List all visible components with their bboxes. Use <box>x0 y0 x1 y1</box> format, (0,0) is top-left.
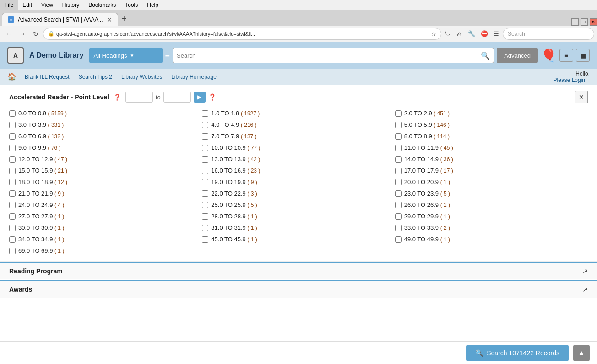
checkbox-label-1: 1.0 TO 1.9 ( 1927 ) <box>211 110 260 117</box>
nav-library-homepage[interactable]: Library Homepage <box>167 74 221 80</box>
awards-section[interactable]: Awards ↗ <box>0 280 597 298</box>
browser-search-bar: Search <box>503 28 594 40</box>
menu-file[interactable]: File <box>0 0 18 10</box>
checkbox-label-29: 29.0 TO 29.9 ( 1 ) <box>404 213 450 220</box>
grid-view-icon[interactable]: ▦ <box>576 49 590 62</box>
checkbox-32[interactable] <box>395 225 402 231</box>
menu-help[interactable]: Help <box>142 0 163 10</box>
nav-blank-ill[interactable]: Blank ILL Request <box>20 74 74 80</box>
checkbox-11[interactable] <box>395 145 402 151</box>
search-records-button[interactable]: 🔍 Search 1071422 Records <box>466 345 569 361</box>
checkbox-19[interactable] <box>202 179 208 185</box>
scroll-top-button[interactable]: ▲ <box>573 345 590 361</box>
login-link[interactable]: Please Login <box>549 77 590 83</box>
minimize-button[interactable]: _ <box>571 18 579 26</box>
checkbox-1[interactable] <box>202 110 208 117</box>
heading-select-dropdown[interactable]: All Headings ▼ <box>89 48 163 63</box>
list-numbered-icon[interactable]: ≡ <box>559 49 573 62</box>
tab-favicon: A <box>8 16 14 23</box>
checkbox-25[interactable] <box>202 202 208 208</box>
checkbox-15[interactable] <box>9 168 16 174</box>
checkbox-21[interactable] <box>9 190 16 197</box>
advanced-button[interactable]: Advanced <box>497 48 538 63</box>
checkbox-13[interactable] <box>202 156 208 163</box>
shield-icon[interactable]: 🛡 <box>443 29 453 38</box>
checkbox-0[interactable] <box>9 110 16 117</box>
filter-close-button[interactable]: ✕ <box>575 91 588 103</box>
checkbox-label-14: 14.0 TO 14.9 ( 36 ) <box>404 156 453 163</box>
list-item: 13.0 TO 13.9 ( 42 ) <box>202 154 395 164</box>
back-button[interactable]: ← <box>3 28 15 39</box>
filter-help-icon[interactable]: ❓ <box>114 94 121 101</box>
menu-edit[interactable]: Edit <box>18 0 37 10</box>
checkbox-7[interactable] <box>202 133 208 140</box>
list-item: 28.0 TO 28.9 ( 1 ) <box>202 211 395 222</box>
nav-library-websites[interactable]: Library Websites <box>117 74 167 80</box>
checkbox-10[interactable] <box>202 145 208 151</box>
checkbox-9[interactable] <box>9 145 16 151</box>
filter-go-button[interactable]: ▶ <box>194 92 206 103</box>
checkbox-label-4: 4.0 TO 4.9 ( 216 ) <box>211 121 256 128</box>
checkbox-24[interactable] <box>9 202 16 208</box>
forward-button[interactable]: → <box>16 28 28 39</box>
close-button[interactable]: ✕ <box>590 18 597 26</box>
search-go-button[interactable]: 🔍 <box>481 51 490 60</box>
search-input-wrapper: 🔍 <box>173 48 494 63</box>
checkbox-29[interactable] <box>395 213 402 220</box>
menu-history[interactable]: History <box>58 0 84 10</box>
home-icon[interactable]: 🏠 <box>7 72 16 81</box>
menu-tools[interactable]: Tools <box>120 0 142 10</box>
extension-icon[interactable]: 🔧 <box>466 29 477 38</box>
checkbox-20[interactable] <box>395 179 402 185</box>
checkbox-2[interactable] <box>395 110 402 117</box>
checkbox-28[interactable] <box>202 213 208 220</box>
list-item: 18.0 TO 18.9 ( 12 ) <box>9 177 202 187</box>
checkbox-14[interactable] <box>395 156 402 163</box>
list-item: 29.0 TO 29.9 ( 1 ) <box>395 211 588 222</box>
stack-icon[interactable]: ≡ <box>165 51 170 60</box>
list-item: 6.0 TO 6.9 ( 132 ) <box>9 131 202 141</box>
nav-search-tips[interactable]: Search Tips 2 <box>74 74 117 80</box>
browser-search-placeholder: Search <box>508 31 525 37</box>
checkbox-6[interactable] <box>9 133 16 140</box>
checkbox-12[interactable] <box>9 156 16 163</box>
checkbox-27[interactable] <box>9 213 16 220</box>
list-item: 0.0 TO 0.9 ( 5159 ) <box>9 108 202 119</box>
checkbox-23[interactable] <box>395 190 402 197</box>
checkbox-31[interactable] <box>202 225 208 231</box>
refresh-button[interactable]: ↻ <box>30 28 41 39</box>
checkbox-16[interactable] <box>202 168 208 174</box>
checkbox-26[interactable] <box>395 202 402 208</box>
checkbox-3[interactable] <box>9 122 16 128</box>
checkbox-8[interactable] <box>395 133 402 140</box>
checkbox-33[interactable] <box>9 236 16 243</box>
checkbox-34[interactable] <box>202 236 208 243</box>
checkbox-35[interactable] <box>395 236 402 243</box>
menu-bookmarks[interactable]: Bookmarks <box>84 0 120 10</box>
tab-close-button[interactable]: ✕ <box>107 16 112 23</box>
checkbox-17[interactable] <box>395 168 402 174</box>
bookmark-star-icon[interactable]: ☆ <box>431 31 436 37</box>
checkbox-30[interactable] <box>9 225 16 231</box>
print-icon[interactable]: 🖨 <box>455 29 464 38</box>
list-item: 15.0 TO 15.9 ( 21 ) <box>9 165 202 176</box>
new-tab-button[interactable]: + <box>118 13 130 25</box>
checkbox-22[interactable] <box>202 190 208 197</box>
balloon-icon[interactable]: 🎈 <box>541 48 557 63</box>
checkbox-5[interactable] <box>395 122 402 128</box>
maximize-button[interactable]: □ <box>581 18 588 26</box>
address-bar[interactable]: 🔒 qa-stwi-agent.auto-graphics.com/advanc… <box>43 28 441 40</box>
search-input[interactable] <box>177 52 481 59</box>
checkbox-36[interactable] <box>9 248 16 254</box>
checkbox-4[interactable] <box>202 122 208 128</box>
block-icon[interactable]: ⛔ <box>479 29 490 38</box>
active-tab[interactable]: A Advanced Search | STWI | AAAA... ✕ <box>2 13 118 26</box>
filter-header: Accelerated Reader - Point Level ❓ to ▶ … <box>9 91 588 103</box>
reading-program-section[interactable]: Reading Program ↗ <box>0 262 597 279</box>
menu-view[interactable]: View <box>37 0 58 10</box>
filter-from-input[interactable] <box>125 92 153 103</box>
filter-question-icon[interactable]: ❓ <box>208 93 216 101</box>
filter-to-input[interactable] <box>163 92 191 103</box>
menu-hamburger-icon[interactable]: ☰ <box>492 29 501 38</box>
checkbox-18[interactable] <box>9 179 16 185</box>
